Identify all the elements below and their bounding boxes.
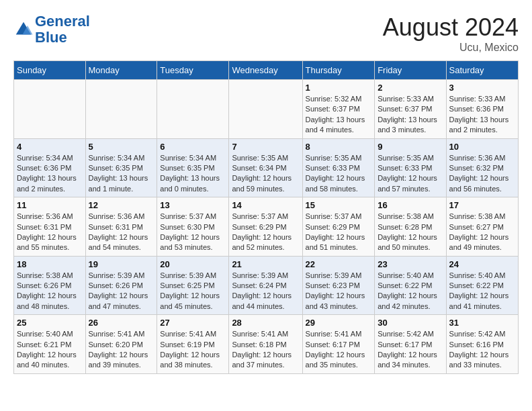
day-cell: 15Sunrise: 5:37 AMSunset: 6:29 PMDayligh… bbox=[302, 197, 375, 257]
day-cell: 12Sunrise: 5:36 AMSunset: 6:31 PMDayligh… bbox=[85, 197, 157, 257]
day-cell: 24Sunrise: 5:40 AMSunset: 6:22 PMDayligh… bbox=[446, 256, 518, 315]
day-number: 15 bbox=[306, 200, 372, 210]
day-detail: Sunrise: 5:37 AMSunset: 6:30 PMDaylight:… bbox=[160, 212, 226, 253]
day-cell: 22Sunrise: 5:39 AMSunset: 6:23 PMDayligh… bbox=[302, 256, 375, 315]
day-number: 6 bbox=[160, 142, 226, 152]
day-detail: Sunrise: 5:38 AMSunset: 6:27 PMDaylight:… bbox=[449, 212, 515, 253]
title-block: August 2024 Ucu, Mexico bbox=[383, 13, 519, 54]
day-detail: Sunrise: 5:40 AMSunset: 6:21 PMDaylight:… bbox=[17, 329, 83, 371]
day-detail: Sunrise: 5:36 AMSunset: 6:31 PMDaylight:… bbox=[17, 212, 83, 253]
day-cell: 14Sunrise: 5:37 AMSunset: 6:29 PMDayligh… bbox=[229, 197, 302, 257]
day-number: 14 bbox=[232, 200, 299, 210]
day-number: 29 bbox=[306, 318, 372, 328]
day-detail: Sunrise: 5:40 AMSunset: 6:22 PMDaylight:… bbox=[449, 271, 515, 312]
day-number: 5 bbox=[89, 142, 154, 152]
day-detail: Sunrise: 5:33 AMSunset: 6:37 PMDaylight:… bbox=[378, 94, 443, 136]
day-number: 2 bbox=[378, 83, 443, 93]
day-number: 18 bbox=[17, 259, 83, 269]
logo-line2: Blue bbox=[35, 29, 67, 46]
day-cell: 17Sunrise: 5:38 AMSunset: 6:27 PMDayligh… bbox=[446, 197, 518, 257]
day-detail: Sunrise: 5:35 AMSunset: 6:34 PMDaylight:… bbox=[232, 153, 299, 195]
day-detail: Sunrise: 5:33 AMSunset: 6:36 PMDaylight:… bbox=[449, 94, 515, 136]
day-detail: Sunrise: 5:36 AMSunset: 6:32 PMDaylight:… bbox=[449, 153, 515, 195]
day-detail: Sunrise: 5:34 AMSunset: 6:35 PMDaylight:… bbox=[89, 153, 154, 195]
day-number: 1 bbox=[306, 83, 372, 93]
day-detail: Sunrise: 5:36 AMSunset: 6:31 PMDaylight:… bbox=[89, 212, 154, 253]
day-number: 7 bbox=[232, 142, 299, 152]
day-detail: Sunrise: 5:34 AMSunset: 6:36 PMDaylight:… bbox=[17, 153, 83, 195]
day-number: 4 bbox=[17, 142, 83, 152]
day-detail: Sunrise: 5:34 AMSunset: 6:35 PMDaylight:… bbox=[160, 153, 226, 195]
day-cell: 20Sunrise: 5:39 AMSunset: 6:25 PMDayligh… bbox=[157, 256, 229, 315]
day-detail: Sunrise: 5:32 AMSunset: 6:37 PMDaylight:… bbox=[306, 94, 372, 136]
day-cell: 19Sunrise: 5:39 AMSunset: 6:26 PMDayligh… bbox=[85, 256, 157, 315]
day-number: 13 bbox=[160, 200, 226, 210]
day-cell: 21Sunrise: 5:39 AMSunset: 6:24 PMDayligh… bbox=[229, 256, 302, 315]
day-cell: 18Sunrise: 5:38 AMSunset: 6:26 PMDayligh… bbox=[14, 256, 86, 315]
day-cell: 10Sunrise: 5:36 AMSunset: 6:32 PMDayligh… bbox=[446, 138, 518, 197]
day-cell bbox=[229, 80, 302, 139]
month-year: August 2024 bbox=[383, 13, 519, 42]
day-cell bbox=[85, 80, 157, 139]
week-row-1: 1Sunrise: 5:32 AMSunset: 6:37 PMDaylight… bbox=[14, 80, 519, 139]
day-cell: 4Sunrise: 5:34 AMSunset: 6:36 PMDaylight… bbox=[14, 138, 86, 197]
dow-header-wednesday: Wednesday bbox=[229, 61, 302, 80]
day-cell: 30Sunrise: 5:42 AMSunset: 6:17 PMDayligh… bbox=[375, 315, 446, 374]
day-number: 19 bbox=[89, 259, 154, 269]
day-detail: Sunrise: 5:42 AMSunset: 6:17 PMDaylight:… bbox=[378, 329, 443, 371]
day-cell: 26Sunrise: 5:41 AMSunset: 6:20 PMDayligh… bbox=[85, 315, 157, 374]
day-detail: Sunrise: 5:39 AMSunset: 6:25 PMDaylight:… bbox=[160, 271, 226, 312]
day-detail: Sunrise: 5:41 AMSunset: 6:17 PMDaylight:… bbox=[306, 329, 372, 371]
calendar-table: SundayMondayTuesdayWednesdayThursdayFrid… bbox=[13, 60, 519, 374]
page-header: General Blue August 2024 Ucu, Mexico bbox=[13, 13, 519, 54]
day-detail: Sunrise: 5:38 AMSunset: 6:26 PMDaylight:… bbox=[17, 271, 83, 312]
logo-text: General Blue bbox=[35, 13, 90, 46]
day-detail: Sunrise: 5:40 AMSunset: 6:22 PMDaylight:… bbox=[378, 271, 443, 312]
day-cell bbox=[14, 80, 86, 139]
day-number: 31 bbox=[449, 318, 515, 328]
day-cell: 7Sunrise: 5:35 AMSunset: 6:34 PMDaylight… bbox=[229, 138, 302, 197]
day-number: 26 bbox=[89, 318, 154, 328]
dow-header-saturday: Saturday bbox=[446, 61, 518, 80]
day-cell: 23Sunrise: 5:40 AMSunset: 6:22 PMDayligh… bbox=[375, 256, 446, 315]
logo: General Blue bbox=[13, 13, 90, 46]
day-number: 21 bbox=[232, 259, 299, 269]
dow-header-sunday: Sunday bbox=[14, 61, 86, 80]
location: Ucu, Mexico bbox=[383, 42, 519, 54]
day-number: 23 bbox=[378, 259, 443, 269]
logo-line1: General bbox=[35, 13, 90, 30]
day-cell: 28Sunrise: 5:41 AMSunset: 6:18 PMDayligh… bbox=[229, 315, 302, 374]
day-cell: 11Sunrise: 5:36 AMSunset: 6:31 PMDayligh… bbox=[14, 197, 86, 257]
week-row-5: 25Sunrise: 5:40 AMSunset: 6:21 PMDayligh… bbox=[14, 315, 519, 374]
day-number: 16 bbox=[378, 200, 443, 210]
day-detail: Sunrise: 5:35 AMSunset: 6:33 PMDaylight:… bbox=[306, 153, 372, 195]
dow-header-friday: Friday bbox=[375, 61, 446, 80]
day-cell: 8Sunrise: 5:35 AMSunset: 6:33 PMDaylight… bbox=[302, 138, 375, 197]
day-cell: 9Sunrise: 5:35 AMSunset: 6:33 PMDaylight… bbox=[375, 138, 446, 197]
day-detail: Sunrise: 5:39 AMSunset: 6:23 PMDaylight:… bbox=[306, 271, 372, 312]
logo-icon bbox=[13, 19, 34, 40]
day-number: 3 bbox=[449, 83, 515, 93]
calendar-body: 1Sunrise: 5:32 AMSunset: 6:37 PMDaylight… bbox=[14, 80, 519, 374]
week-row-2: 4Sunrise: 5:34 AMSunset: 6:36 PMDaylight… bbox=[14, 138, 519, 197]
week-row-3: 11Sunrise: 5:36 AMSunset: 6:31 PMDayligh… bbox=[14, 197, 519, 257]
day-number: 30 bbox=[378, 318, 443, 328]
day-number: 12 bbox=[89, 200, 154, 210]
day-cell: 3Sunrise: 5:33 AMSunset: 6:36 PMDaylight… bbox=[446, 80, 518, 139]
day-cell: 25Sunrise: 5:40 AMSunset: 6:21 PMDayligh… bbox=[14, 315, 86, 374]
day-detail: Sunrise: 5:42 AMSunset: 6:16 PMDaylight:… bbox=[449, 329, 515, 371]
day-number: 9 bbox=[378, 142, 443, 152]
day-detail: Sunrise: 5:37 AMSunset: 6:29 PMDaylight:… bbox=[232, 212, 299, 253]
day-detail: Sunrise: 5:41 AMSunset: 6:19 PMDaylight:… bbox=[160, 329, 226, 371]
dow-header-thursday: Thursday bbox=[302, 61, 375, 80]
day-detail: Sunrise: 5:35 AMSunset: 6:33 PMDaylight:… bbox=[378, 153, 443, 195]
day-detail: Sunrise: 5:41 AMSunset: 6:20 PMDaylight:… bbox=[89, 329, 154, 371]
day-number: 11 bbox=[17, 200, 83, 210]
day-cell: 5Sunrise: 5:34 AMSunset: 6:35 PMDaylight… bbox=[85, 138, 157, 197]
day-of-week-header: SundayMondayTuesdayWednesdayThursdayFrid… bbox=[14, 61, 519, 80]
day-cell bbox=[157, 80, 229, 139]
day-cell: 6Sunrise: 5:34 AMSunset: 6:35 PMDaylight… bbox=[157, 138, 229, 197]
day-number: 28 bbox=[232, 318, 299, 328]
day-cell: 13Sunrise: 5:37 AMSunset: 6:30 PMDayligh… bbox=[157, 197, 229, 257]
day-cell: 27Sunrise: 5:41 AMSunset: 6:19 PMDayligh… bbox=[157, 315, 229, 374]
